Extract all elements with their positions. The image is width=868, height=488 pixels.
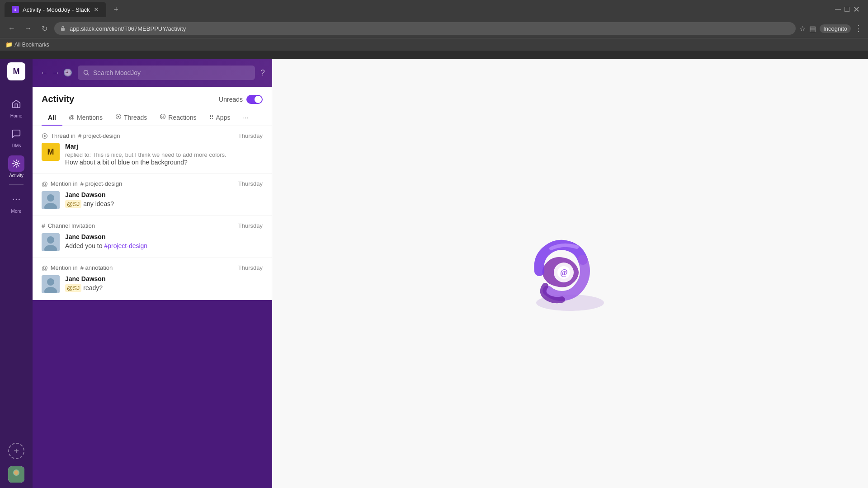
slack-logo-3d: @ bbox=[520, 224, 620, 323]
nav-arrows: ← → 🕘 bbox=[40, 68, 72, 78]
feed-type-text-2: Mention in bbox=[51, 180, 78, 187]
bookmarks-label[interactable]: All Bookmarks bbox=[14, 42, 49, 48]
sidebar-item-activity[interactable]: Activity bbox=[5, 153, 27, 181]
tab-reactions[interactable]: Reactions bbox=[153, 110, 203, 126]
tab-apps[interactable]: ⠿ Apps bbox=[203, 110, 237, 126]
tab-mentions[interactable]: @ Mentions bbox=[62, 110, 109, 126]
back-button[interactable]: ← bbox=[5, 22, 18, 35]
tab-threads[interactable]: Threads bbox=[109, 110, 153, 126]
feed-maintext-3: Added you to #project-design bbox=[65, 242, 263, 251]
person-avatar-svg-2 bbox=[42, 191, 60, 209]
activity-icon-wrap bbox=[8, 155, 24, 172]
address-bar[interactable]: app.slack.com/client/T067MEBPPUY/activit… bbox=[54, 22, 796, 35]
feed-content-1: M Marj replied to: This is nice, but I t… bbox=[42, 143, 263, 167]
feed-avatar-2 bbox=[42, 191, 60, 209]
feed-maintext-2: @SJ any ideas? bbox=[65, 200, 263, 209]
bookmarks-bar: 📁 All Bookmarks bbox=[0, 38, 868, 51]
feed-content-4: Jane Dawson @SJ ready? bbox=[42, 275, 263, 293]
reload-button[interactable]: ↻ bbox=[38, 22, 51, 35]
svg-text:S: S bbox=[14, 8, 17, 11]
svg-point-16 bbox=[163, 116, 164, 117]
tab-all-label: All bbox=[48, 114, 56, 121]
sidebar-item-home[interactable]: Home bbox=[5, 93, 27, 121]
feed-item-channel[interactable]: # Channel Invitation Thursday bbox=[33, 216, 272, 258]
feed-item-mention-2[interactable]: @ Mention in # annotation Thursday bbox=[33, 258, 272, 300]
svg-point-15 bbox=[161, 116, 162, 117]
at-meta-icon: @ bbox=[42, 180, 48, 188]
feed-content-3: Jane Dawson Added you to #project-design bbox=[42, 233, 263, 251]
bookmarks-folder-icon: 📁 bbox=[5, 41, 13, 48]
workspace-icon[interactable]: M bbox=[7, 62, 25, 80]
right-panel: @ bbox=[272, 59, 868, 488]
search-bar[interactable]: Search MoodJoy bbox=[78, 66, 255, 80]
svg-point-23 bbox=[47, 236, 54, 244]
tab-threads-label: Threads bbox=[124, 114, 147, 121]
feed-type-text-4: Mention in bbox=[51, 264, 78, 271]
svg-point-6 bbox=[19, 199, 20, 200]
new-tab-button[interactable]: + bbox=[110, 3, 123, 16]
feed-meta-left-4: @ Mention in # annotation bbox=[42, 264, 113, 272]
feed-content-2: Jane Dawson @SJ any ideas? bbox=[42, 191, 263, 209]
feed-meta-left-2: @ Mention in # project-design bbox=[42, 180, 122, 188]
feed-time-1: Thursday bbox=[238, 132, 263, 139]
feed-body-3: Jane Dawson Added you to #project-design bbox=[65, 233, 263, 251]
maximize-button[interactable]: □ bbox=[844, 5, 849, 14]
svg-point-14 bbox=[160, 114, 165, 119]
feed-channel-text-1: # project-design bbox=[78, 132, 120, 139]
app-forward-button[interactable]: → bbox=[52, 68, 60, 78]
forward-button[interactable]: → bbox=[22, 22, 34, 35]
feed-meta-4: @ Mention in # annotation Thursday bbox=[42, 264, 263, 272]
menu-icon[interactable]: ⋮ bbox=[854, 23, 863, 33]
person-avatar-svg-4 bbox=[42, 275, 60, 293]
mention-tag-2: @SJ bbox=[65, 200, 81, 208]
profile-icon[interactable]: Incognito bbox=[820, 24, 851, 33]
feed-name-2: Jane Dawson bbox=[65, 191, 263, 198]
avatar-letter-1: M bbox=[47, 147, 54, 157]
history-button[interactable]: 🕘 bbox=[63, 68, 72, 78]
at-meta-icon-2: @ bbox=[42, 264, 48, 272]
svg-rect-2 bbox=[61, 28, 65, 31]
channel-link-3[interactable]: #project-design bbox=[104, 242, 147, 249]
sidebar-item-more[interactable]: More bbox=[5, 188, 27, 216]
feed-avatar-3 bbox=[42, 233, 60, 251]
feed-meta-left-1: Thread in # project-design bbox=[42, 132, 120, 139]
more-label: More bbox=[11, 209, 22, 214]
activity-icon bbox=[11, 159, 21, 169]
search-placeholder: Search MoodJoy bbox=[93, 69, 141, 76]
feed-name-3: Jane Dawson bbox=[65, 233, 263, 240]
feed-meta-1: Thread in # project-design Thursday bbox=[42, 132, 263, 139]
tab-more-button[interactable]: ··· bbox=[236, 110, 255, 126]
user-profile-avatar[interactable] bbox=[8, 466, 24, 483]
tab-mentions-label: Mentions bbox=[77, 114, 103, 121]
close-button[interactable]: ✕ bbox=[853, 5, 860, 14]
app-back-button[interactable]: ← bbox=[40, 68, 48, 78]
sidebar-toggle-icon[interactable]: ▤ bbox=[809, 24, 816, 33]
tab-all[interactable]: All bbox=[42, 110, 62, 126]
activity-title: Activity bbox=[42, 94, 74, 104]
nav-extras: ☆ ▤ Incognito ⋮ bbox=[799, 23, 863, 33]
unreads-toggle[interactable]: Unreads bbox=[219, 95, 263, 104]
tab-close-button[interactable]: ✕ bbox=[94, 6, 99, 13]
feed-item-thread-1[interactable]: Thread in # project-design Thursday M Ma… bbox=[33, 126, 272, 174]
svg-point-4 bbox=[13, 199, 14, 200]
svg-text:@: @ bbox=[560, 268, 568, 277]
activity-panel: Activity Unreads All @ Menti bbox=[33, 87, 272, 300]
bookmark-star-icon[interactable]: ☆ bbox=[799, 24, 806, 33]
nav-divider bbox=[9, 184, 24, 185]
toggle-switch[interactable] bbox=[246, 95, 263, 104]
home-label: Home bbox=[10, 113, 23, 118]
sidebar-item-dms[interactable]: DMs bbox=[5, 123, 27, 151]
tab-apps-label: Apps bbox=[216, 114, 231, 121]
minimize-button[interactable]: ─ bbox=[835, 5, 841, 14]
svg-point-18 bbox=[44, 135, 46, 137]
toggle-knob bbox=[255, 96, 262, 103]
mention-tag-4: @SJ bbox=[65, 284, 81, 292]
feed-subtext-1: replied to: This is nice, but I think we… bbox=[65, 151, 263, 158]
feed-item-mention-1[interactable]: @ Mention in # project-design Thursday bbox=[33, 174, 272, 216]
help-button[interactable]: ? bbox=[260, 68, 265, 78]
add-workspace-button[interactable]: + bbox=[8, 443, 24, 459]
dms-icon-wrap bbox=[8, 126, 24, 142]
browser-tab[interactable]: S Activity - MoodJoy - Slack ✕ bbox=[5, 2, 106, 17]
feed-maintext-1: How about a bit of blue on the backgroun… bbox=[65, 158, 263, 167]
svg-point-10 bbox=[14, 470, 19, 475]
